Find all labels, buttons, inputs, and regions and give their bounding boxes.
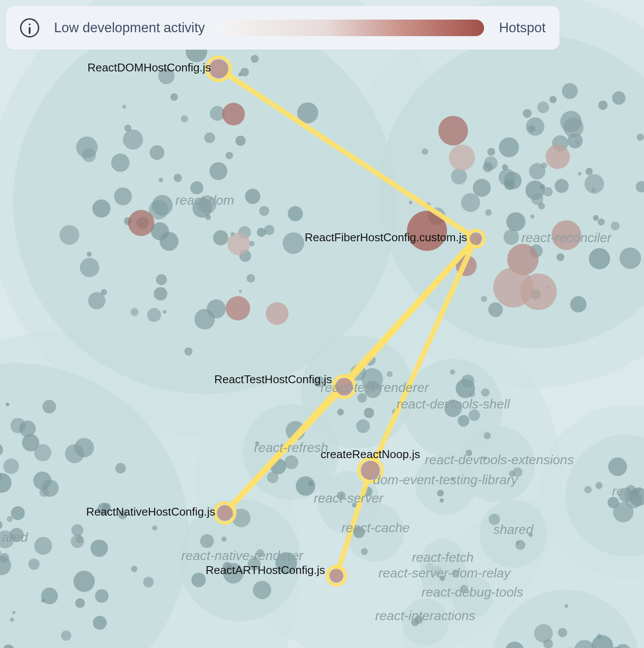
svg-point-244 <box>71 535 85 548</box>
svg-point-232 <box>10 618 14 622</box>
svg-point-105 <box>487 148 495 156</box>
svg-point-14 <box>87 252 92 256</box>
svg-point-107 <box>560 111 582 132</box>
svg-point-117 <box>578 172 581 176</box>
hotspot-dot[interactable] <box>226 296 250 321</box>
svg-point-71 <box>409 201 413 205</box>
svg-point-128 <box>364 408 374 418</box>
svg-point-206 <box>565 604 568 608</box>
svg-point-49 <box>184 347 193 355</box>
svg-point-165 <box>584 486 592 493</box>
svg-point-278 <box>95 589 108 603</box>
svg-point-133 <box>386 371 393 377</box>
svg-point-33 <box>111 154 129 172</box>
hotspot-dot[interactable] <box>438 116 468 145</box>
package-label: react-dom <box>175 193 234 207</box>
svg-point-110 <box>531 193 543 205</box>
svg-point-151 <box>308 482 313 487</box>
svg-point-141 <box>458 415 469 427</box>
svg-point-72 <box>637 134 644 141</box>
svg-point-116 <box>483 162 493 172</box>
svg-point-122 <box>549 96 557 103</box>
file-label: ReactTestHostConfig.js <box>214 373 332 386</box>
hotspot-dot[interactable] <box>449 145 475 171</box>
file-label: ReactFiberHostConfig.custom.js <box>305 231 467 244</box>
file-node[interactable] <box>329 569 343 583</box>
svg-point-74 <box>504 230 519 245</box>
svg-point-17 <box>245 189 260 204</box>
package-label: react-debug-tools <box>421 585 523 599</box>
legend-low: Low development activity <box>54 20 205 36</box>
legend-gradient <box>220 20 484 36</box>
file-node[interactable] <box>470 233 482 245</box>
svg-point-59 <box>257 228 266 237</box>
hotspot-dot[interactable] <box>520 273 557 310</box>
package-label: ared <box>2 530 28 544</box>
package-label: react-devtools-extensions <box>425 452 574 467</box>
svg-point-109 <box>598 101 607 110</box>
svg-point-120 <box>611 222 620 230</box>
svg-point-153 <box>267 472 278 483</box>
svg-point-81 <box>556 253 564 261</box>
file-label: createReactNoop.js <box>321 448 420 461</box>
svg-point-266 <box>115 463 126 473</box>
package-label: react-cache <box>342 520 410 535</box>
svg-point-237 <box>93 616 107 630</box>
hotspot-dot[interactable] <box>227 233 250 255</box>
svg-point-32 <box>92 199 111 218</box>
svg-point-39 <box>122 105 126 109</box>
svg-point-85 <box>451 169 467 185</box>
svg-point-41 <box>288 206 303 221</box>
file-node[interactable] <box>209 59 228 78</box>
svg-point-19 <box>80 258 99 277</box>
svg-point-84 <box>620 247 641 269</box>
package-label: react-fetch <box>412 550 474 564</box>
svg-point-115 <box>506 212 525 231</box>
svg-point-108 <box>543 187 552 196</box>
svg-point-76 <box>555 179 569 193</box>
svg-point-280 <box>143 577 154 587</box>
svg-point-89 <box>481 296 487 302</box>
package-label: dom-event-testing-library <box>373 472 519 487</box>
svg-point-70 <box>598 219 605 226</box>
svg-point-189 <box>191 573 206 587</box>
package-label: react-refresh <box>254 440 328 455</box>
package-label: shared <box>493 522 534 537</box>
svg-point-129 <box>356 419 369 433</box>
svg-point-83 <box>488 302 503 317</box>
svg-point-100 <box>473 179 491 197</box>
visualization[interactable]: react-domreact-reconcilerreact-test-rend… <box>0 0 644 648</box>
info-icon[interactable] <box>20 18 39 37</box>
file-label: ReactARTHostConfig.js <box>206 564 325 577</box>
svg-point-36 <box>114 188 132 206</box>
svg-point-65 <box>259 206 269 216</box>
svg-point-35 <box>210 162 227 180</box>
svg-point-177 <box>361 548 368 555</box>
file-label: ReactDOMHostConfig.js <box>88 61 211 74</box>
hotspot-dot[interactable] <box>222 103 245 125</box>
package-label: react <box>612 484 642 498</box>
file-node[interactable] <box>217 505 233 521</box>
svg-point-279 <box>42 400 56 413</box>
hotspot-dot[interactable] <box>266 302 288 325</box>
hotspot-dot[interactable] <box>546 145 570 169</box>
svg-point-28 <box>204 132 215 143</box>
svg-point-229 <box>12 611 15 614</box>
svg-point-11 <box>213 230 228 246</box>
svg-point-139 <box>481 388 489 397</box>
svg-point-18 <box>163 310 166 314</box>
package-label: react-devtools-shell <box>397 397 510 411</box>
svg-point-55 <box>238 73 242 77</box>
svg-point-75 <box>530 215 534 219</box>
svg-point-118 <box>612 91 626 105</box>
svg-point-130 <box>337 409 344 416</box>
svg-point-52 <box>226 152 233 159</box>
svg-point-249 <box>7 516 13 522</box>
svg-point-78 <box>461 193 480 212</box>
hotspot-dot[interactable] <box>128 210 154 236</box>
svg-point-67 <box>593 215 599 221</box>
svg-point-171 <box>596 482 603 489</box>
package-label: react-interactions <box>375 608 475 623</box>
legend: Low development activity Hotspot <box>6 6 559 50</box>
svg-point-188 <box>200 534 214 548</box>
